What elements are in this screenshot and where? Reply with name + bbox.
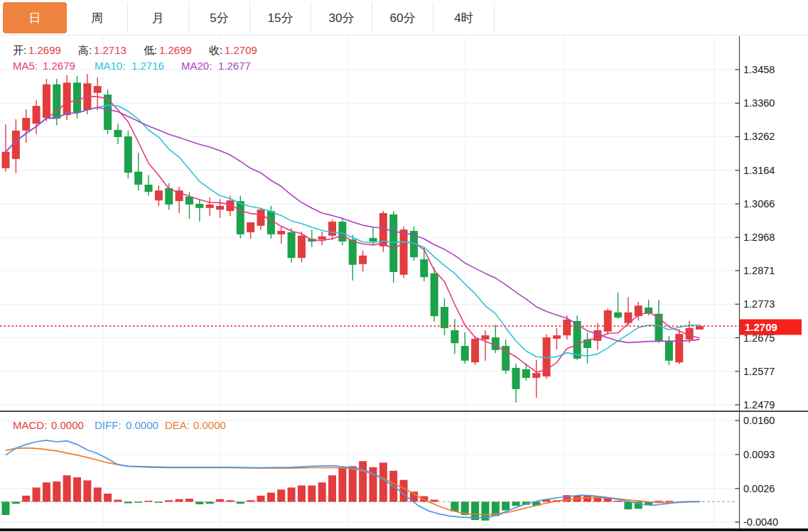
ma20-label: MA20: xyxy=(181,60,212,72)
ma10-label: MA10: xyxy=(95,60,125,72)
macd-panel xyxy=(0,440,737,521)
ma20-value: 1.2677 xyxy=(218,60,251,72)
diff-label: DIFF: xyxy=(95,419,122,431)
tab-60min[interactable]: 60分 xyxy=(372,2,433,33)
axis-tick-label: 1.3164 xyxy=(743,165,775,176)
macd-row: MACD: 0.0000 DIFF: 0.0000 DEA: 0.0000 xyxy=(13,419,226,431)
price-axis: 1.34581.33601.32621.31641.30661.29681.28… xyxy=(0,36,808,530)
axis-tick-label: 1.3066 xyxy=(743,198,775,210)
candlestick-chart: 1.34581.33601.32621.31641.30661.29681.28… xyxy=(0,0,808,532)
tab-4hour[interactable]: 4时 xyxy=(433,2,495,33)
tab-30min[interactable]: 30分 xyxy=(311,2,372,33)
open-label: 开: xyxy=(13,44,26,56)
close-value: 1.2709 xyxy=(225,44,257,56)
tab-day[interactable]: 日 xyxy=(3,2,67,33)
ohlc-row: 开: 1.2699 高: 1.2713 低: 1.2699 收: 1.2709 xyxy=(13,44,257,56)
axis-tick-label: 1.3262 xyxy=(743,131,775,142)
close-label: 收: xyxy=(209,44,222,56)
macd-value: 0.0000 xyxy=(51,419,84,431)
axis-tick-label: 1.2871 xyxy=(743,265,775,276)
ma10-value: 1.2716 xyxy=(131,60,164,72)
axis-tick-label: -0.0040 xyxy=(743,516,778,528)
interval-tab-bar: 日 周 月 5分 15分 30分 60分 4时 xyxy=(0,0,808,36)
axis-tick-label: 0.0026 xyxy=(743,483,775,494)
tab-month[interactable]: 月 xyxy=(128,2,189,33)
ma5-value: 1.2679 xyxy=(43,60,75,72)
diff-value: 0.0000 xyxy=(126,419,158,431)
open-value: 1.2699 xyxy=(28,44,61,56)
axis-tick-label: 1.2479 xyxy=(743,399,775,411)
axis-tick-label: 1.2577 xyxy=(743,366,775,377)
macd-label: MACD: xyxy=(13,419,47,431)
low-label: 低: xyxy=(144,44,157,56)
current-price-value: 1.2709 xyxy=(745,321,777,333)
tab-5min[interactable]: 5分 xyxy=(189,2,250,33)
axis-tick-label: 1.3458 xyxy=(743,64,775,75)
axis-tick-label: 1.3360 xyxy=(743,97,775,109)
axis-tick-label: 0.0093 xyxy=(743,449,775,460)
tab-15min[interactable]: 15分 xyxy=(250,2,311,33)
ma5-label: MA5: xyxy=(13,60,38,72)
dea-label: DEA: xyxy=(165,419,190,431)
high-value: 1.2713 xyxy=(94,44,126,56)
axis-tick-label: 0.0160 xyxy=(743,415,775,426)
low-value: 1.2699 xyxy=(159,44,192,56)
tab-week[interactable]: 周 xyxy=(67,2,128,33)
dea-value: 0.0000 xyxy=(193,419,226,431)
axis-tick-label: 1.2968 xyxy=(743,232,775,243)
high-label: 高: xyxy=(78,44,92,56)
axis-tick-label: 1.2773 xyxy=(743,298,775,310)
current-price-tag: 1.2709 xyxy=(740,320,802,335)
